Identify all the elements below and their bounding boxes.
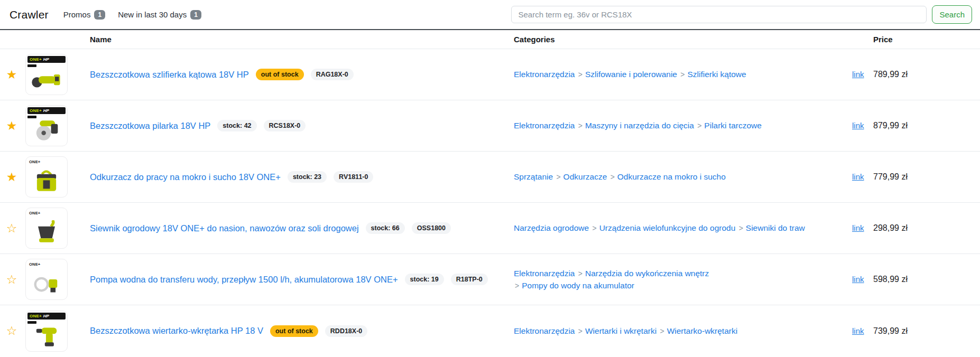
breadcrumb-separator-icon: > — [578, 327, 583, 335]
name-cell: Siewnik ogrodowy 18V ONE+ do nasion, naw… — [74, 222, 514, 234]
promos-count-badge: 1 — [94, 10, 105, 20]
banner-one-label: ONE+ — [30, 314, 42, 318]
product-image-corner-label: ONE+ — [29, 262, 40, 267]
category-link[interactable]: Szlifierki kątowe — [688, 70, 746, 79]
product-image-banner: ONE+ HP — [27, 107, 66, 114]
category-link[interactable]: Sprzątanie — [514, 172, 553, 181]
product-price: 298,99 zł — [873, 223, 980, 233]
category-breadcrumb: Elektronarzędzia >Narzędzia do wykończen… — [514, 267, 741, 292]
category-link[interactable]: Elektronarzędzia — [514, 70, 575, 79]
crumb-group: >Szlifowanie i polerowanie — [577, 70, 677, 79]
image-cell: ONE+ HP — [23, 311, 74, 352]
banner-one-label: ONE+ — [30, 108, 42, 113]
crumb-group: >Szlifierki kątowe — [679, 70, 746, 79]
category-link[interactable]: Narzędzia do wykończenia wnętrz — [585, 269, 709, 278]
product-name-link[interactable]: Pompa wodna do transferu wody, przepływ … — [90, 275, 398, 285]
link-cell: link — [850, 70, 873, 79]
table-row: ★ ONE+ HP Bezszczotkowa szlifierka kątow… — [0, 49, 980, 100]
breadcrumb-separator-icon: > — [680, 70, 685, 79]
product-link[interactable]: link — [852, 223, 864, 232]
product-image-angle-grinder: ONE+ HP — [25, 54, 68, 95]
sku-badge: RCS18X-0 — [264, 120, 306, 131]
category-link[interactable]: Urządzenia wielofunkcyjne do ogrodu — [599, 223, 736, 232]
product-name-link[interactable]: Bezszczotkowa pilarka 18V HP — [90, 121, 210, 131]
search-button[interactable]: Search — [932, 5, 972, 24]
nav-new-in-last-30-days[interactable]: New in last 30 days 1 — [118, 10, 201, 20]
category-link[interactable]: Odkurzacze na mokro i sucho — [617, 172, 726, 181]
product-link[interactable]: link — [852, 70, 864, 79]
crumb-group: >Urządzenia wielofunkcyjne do ogrodu — [591, 223, 735, 232]
sku-badge: RAG18X-0 — [311, 69, 354, 80]
image-cell: ONE+ — [23, 156, 74, 198]
product-name-link[interactable]: Bezszczotkowa szlifierka kątowa 18V HP — [90, 70, 249, 80]
category-link[interactable]: Szlifowanie i polerowanie — [585, 70, 677, 79]
category-link[interactable]: Siewniki do traw — [746, 223, 805, 232]
category-link[interactable]: Pompy do wody na akumulator — [522, 281, 634, 290]
product-image-drill: ONE+ HP — [25, 311, 68, 352]
star-cell: ★ — [0, 120, 23, 132]
crumb-group: Elektronarzędzia — [514, 269, 575, 278]
app-title: Crawler — [10, 8, 49, 21]
stock-badge: stock: 23 — [288, 171, 327, 183]
product-image-pump: ONE+ — [25, 259, 68, 300]
topbar: Crawler Promos 1 New in last 30 days 1 S… — [0, 0, 980, 29]
product-name-link[interactable]: Odkurzacz do pracy na mokro i sucho 18V … — [90, 172, 281, 182]
table-row: ☆ ONE+ Siewnik ogrodowy 18V ONE+ do nasi… — [0, 203, 980, 254]
crumb-group: Sprzątanie — [514, 172, 553, 181]
crumb-group: >Pilarki tarczowe — [696, 121, 762, 130]
favorite-star-icon[interactable]: ★ — [6, 69, 17, 81]
favorite-star-icon[interactable]: ☆ — [6, 274, 17, 286]
crumb-group: >Pompy do wody na akumulator — [514, 281, 634, 290]
banner-hp-label: HP — [43, 57, 49, 62]
category-link[interactable]: Elektronarzędzia — [514, 121, 575, 130]
category-breadcrumb: Sprzątanie >Odkurzacze >Odkurzacze na mo… — [514, 171, 726, 183]
star-cell: ☆ — [0, 325, 23, 337]
product-link[interactable]: link — [852, 326, 864, 335]
stock-badge: stock: 66 — [366, 222, 405, 234]
category-link[interactable]: Elektronarzędzia — [514, 269, 575, 278]
category-link[interactable]: Narzędzia ogrodowe — [514, 223, 589, 232]
product-name-link[interactable]: Siewnik ogrodowy 18V ONE+ do nasion, naw… — [90, 223, 359, 233]
crumb-group: >Narzędzia do wykończenia wnętrz — [577, 269, 709, 278]
link-cell: link — [850, 121, 873, 130]
new-count-badge: 1 — [190, 10, 201, 20]
favorite-star-icon[interactable]: ★ — [6, 120, 17, 132]
nav-promos[interactable]: Promos 1 — [63, 10, 105, 20]
favorite-star-icon[interactable]: ☆ — [6, 222, 17, 234]
name-cell: Bezszczotkowa pilarka 18V HP stock: 42 R… — [74, 120, 514, 131]
column-header-name: Name — [74, 35, 514, 44]
product-image-circular-saw: ONE+ HP — [25, 105, 68, 146]
product-link[interactable]: link — [852, 172, 864, 181]
column-header-price: Price — [873, 35, 980, 44]
image-cell: ONE+ — [23, 208, 74, 249]
breadcrumb-separator-icon: > — [739, 224, 743, 232]
product-image-vacuum: ONE+ — [25, 156, 68, 198]
table-body: ★ ONE+ HP Bezszczotkowa szlifierka kątow… — [0, 49, 980, 356]
favorite-star-icon[interactable]: ☆ — [6, 325, 17, 337]
product-name-link[interactable]: Bezszczotkowa wiertarko-wkrętarka HP 18 … — [90, 326, 263, 336]
breadcrumb-separator-icon: > — [578, 269, 583, 278]
category-link[interactable]: Wiertarko-wkrętarki — [667, 326, 737, 335]
category-link[interactable]: Wiertarki i wkrętarki — [585, 326, 657, 335]
image-cell: ONE+ HP — [23, 54, 74, 95]
crawler-app: Crawler Promos 1 New in last 30 days 1 S… — [0, 0, 980, 357]
crumb-group: Narzędzia ogrodowe — [514, 223, 589, 232]
category-breadcrumb: Narzędzia ogrodowe >Urządzenia wielofunk… — [514, 222, 805, 234]
category-link[interactable]: Pilarki tarczowe — [704, 121, 762, 130]
product-link[interactable]: link — [852, 121, 864, 130]
crumb-group: >Odkurzacze — [555, 172, 607, 181]
category-link[interactable]: Elektronarzędzia — [514, 326, 575, 335]
product-image-art — [30, 67, 63, 93]
product-price: 739,99 zł — [873, 326, 980, 336]
product-price: 789,99 zł — [873, 70, 980, 79]
table-row: ☆ ONE+ HP Bezszczotkowa wiertarko-wkręta… — [0, 305, 980, 356]
banner-one-label: ONE+ — [30, 57, 42, 62]
product-image-spreader: ONE+ — [25, 208, 68, 249]
search-input[interactable] — [511, 6, 927, 23]
category-link[interactable]: Maszyny i narzędzia do cięcia — [585, 121, 694, 130]
product-link[interactable]: link — [852, 275, 864, 284]
category-link[interactable]: Odkurzacze — [563, 172, 607, 181]
banner-hp-label: HP — [43, 314, 49, 318]
category-breadcrumb: Elektronarzędzia >Maszyny i narzędzia do… — [514, 119, 762, 131]
favorite-star-icon[interactable]: ★ — [6, 171, 17, 183]
